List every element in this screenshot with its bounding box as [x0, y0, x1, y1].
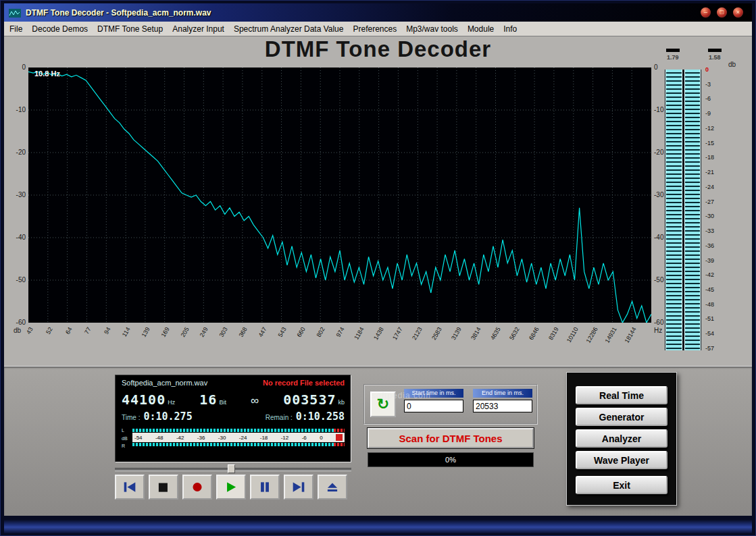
lcd-display: Softpedia_acm_norm.wav No record File se… [115, 375, 351, 462]
level-scale-over-indicator [336, 434, 343, 441]
file-size-unit: kb [338, 399, 345, 406]
peak-value-left: 1.79 [667, 54, 679, 61]
level-tick--42: -42 [176, 435, 184, 441]
menu-item-module[interactable]: Module [468, 23, 499, 35]
wave-player-button[interactable]: Wave Player [576, 451, 667, 469]
skip-start-button[interactable] [115, 475, 145, 500]
loop-button[interactable]: ↻ [370, 392, 396, 417]
y-tick-right--60: -60 [654, 319, 673, 326]
generator-button[interactable]: Generator [576, 408, 667, 426]
level-tick--24: -24 [239, 435, 247, 441]
meter-tick--3: -3 [705, 82, 726, 88]
title-bar[interactable]: DTMF Tone Decoder - Softpedia_acm_norm.w… [4, 3, 752, 22]
y-tick-left--60: -60 [7, 319, 26, 326]
menu-item-info[interactable]: Info [503, 23, 522, 35]
y-tick-left--30: -30 [7, 191, 26, 198]
x-tick-660: 660 [296, 326, 307, 338]
menu-bar: FileDecode DemosDTMF Tone SetupAnalyzer … [4, 22, 752, 36]
level-scale: -54-48-42-36-30-24-18-12-60 [132, 433, 345, 442]
spectrum-svg [28, 68, 651, 323]
menu-item-mp3-wav-tools[interactable]: Mp3/wav tools [406, 23, 463, 35]
x-tick-368: 368 [237, 326, 248, 338]
meter-tick--54: -54 [705, 331, 726, 337]
level-tick--18: -18 [260, 435, 268, 441]
y-tick-right--20: -20 [654, 149, 673, 156]
meter-tick--30: -30 [705, 213, 726, 219]
menu-item-analyzer-input[interactable]: Analyzer Input [172, 23, 230, 35]
x-tick-802: 802 [316, 326, 326, 338]
y-tick-right--40: -40 [654, 234, 673, 241]
scan-dtmf-button[interactable]: Scan for DTMF Tones [368, 428, 534, 448]
x-axis-unit-label: Hz [654, 327, 662, 334]
real-time-button[interactable]: Real Time [576, 386, 667, 404]
x-tick-94: 94 [103, 326, 112, 336]
record-icon [189, 481, 205, 493]
x-tick-8319: 8319 [547, 326, 560, 341]
level-tick--30: -30 [218, 435, 226, 441]
x-tick-974: 974 [334, 326, 345, 338]
transport-controls [115, 475, 347, 500]
x-tick-114: 114 [121, 326, 132, 338]
vu-meter-right-column [684, 70, 701, 350]
scan-progress-text: 0% [445, 456, 456, 464]
seek-slider-thumb[interactable] [228, 464, 235, 473]
play-icon [223, 481, 239, 493]
time-label: Time : [122, 414, 140, 421]
meter-tick--36: -36 [705, 243, 726, 249]
analyzer-area: DTMF Tone Decoder 10.8 Hz db Hz 43526477… [4, 36, 752, 366]
x-tick-1747: 1747 [391, 326, 404, 341]
spectrum-plot[interactable]: 10.8 Hz [28, 68, 651, 323]
menu-item-spectrum-analyzer-data-value[interactable]: Spectrum Analyzer Data Value [234, 23, 349, 35]
end-time-input[interactable] [473, 400, 532, 412]
window-frame-bottom [4, 520, 752, 533]
start-time-input[interactable] [404, 400, 463, 412]
x-tick-543: 543 [276, 326, 287, 338]
meter-tick--45: -45 [705, 287, 726, 293]
remain-label: Remain : [266, 414, 293, 421]
play-button[interactable] [216, 475, 246, 500]
record-button[interactable] [182, 475, 212, 500]
x-tick-77: 77 [83, 326, 93, 336]
page-title: DTMF Tone Decoder [4, 36, 752, 62]
db-scale-label: dB [122, 436, 132, 441]
close-button[interactable]: × [733, 7, 743, 18]
meter-tick--57: -57 [705, 346, 726, 352]
x-tick-139: 139 [140, 326, 151, 338]
stop-button[interactable] [149, 475, 178, 500]
peak-hold-bar-left [666, 49, 680, 52]
app-window: DTMF Tone Decoder - Softpedia_acm_norm.w… [0, 0, 756, 536]
exit-button[interactable]: Exit [576, 476, 667, 494]
stop-icon [155, 481, 172, 493]
analyzer-button[interactable]: Analyzer [576, 429, 667, 448]
skip-end-icon [291, 481, 307, 493]
scan-progress-bar: 0% [368, 452, 534, 467]
minimize-button[interactable]: – [701, 7, 711, 18]
x-tick-303: 303 [218, 326, 229, 338]
meter-tick--6: -6 [705, 96, 726, 102]
menu-item-preferences[interactable]: Preferences [353, 23, 402, 35]
meter-tick--24: -24 [705, 184, 726, 190]
y-tick-left--10: -10 [7, 106, 26, 113]
menu-item-dtmf-tone-setup[interactable]: DTMF Tone Setup [97, 23, 168, 35]
x-tick-4635: 4635 [488, 326, 501, 341]
y-tick-left--20: -20 [7, 149, 26, 156]
meter-scale-labels: 0-3-6-9-12-15-18-21-24-27-30-33-36-39-42… [705, 67, 726, 352]
menu-item-file[interactable]: File [9, 23, 28, 35]
x-tick-3139: 3139 [450, 326, 463, 341]
meter-tick--51: -51 [705, 316, 726, 322]
window-controls: – □ × [701, 7, 747, 18]
menu-item-decode-demos[interactable]: Decode Demos [32, 23, 93, 35]
x-tick-12286: 12286 [584, 326, 599, 344]
pause-button[interactable] [250, 475, 280, 500]
eject-button[interactable] [318, 475, 347, 500]
seek-slider[interactable] [115, 464, 351, 473]
skip-end-button[interactable] [284, 475, 313, 500]
level-tick--6: -6 [302, 435, 307, 441]
bit-depth-value: 16 [199, 392, 217, 408]
meter-tick-0: 0 [705, 67, 726, 73]
eject-icon [324, 481, 341, 493]
maximize-button[interactable]: □ [717, 7, 727, 18]
y-tick-left--50: -50 [7, 276, 26, 284]
y-tick-right-0: 0 [654, 63, 673, 71]
meter-tick--21: -21 [705, 169, 726, 176]
